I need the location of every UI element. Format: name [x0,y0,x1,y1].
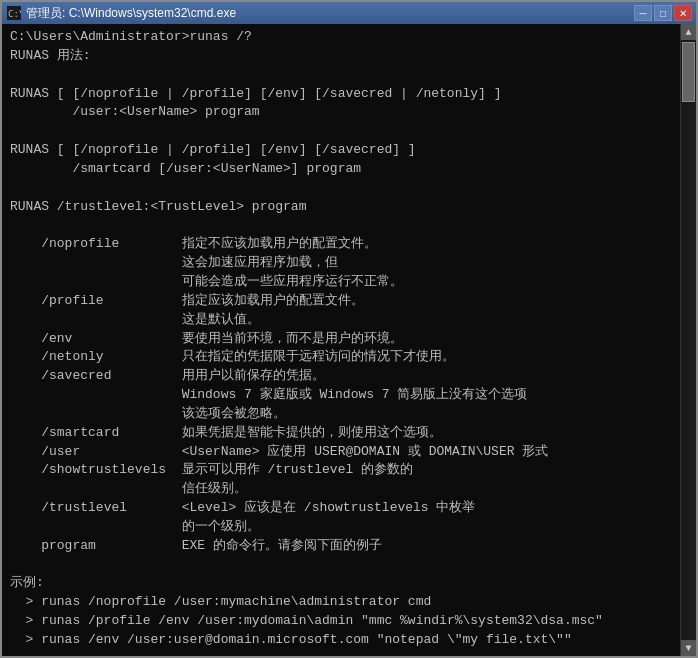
maximize-button[interactable]: □ [654,5,672,21]
title-bar: C:\ 管理员: C:\Windows\system32\cmd.exe ─ □… [2,2,696,24]
cmd-window: C:\ 管理员: C:\Windows\system32\cmd.exe ─ □… [0,0,698,658]
console-text: C:\Users\Administrator>runas /? RUNAS 用法… [10,28,672,656]
window-controls: ─ □ ✕ [634,5,692,21]
scrollbar[interactable]: ▲ ▼ [680,24,696,656]
minimize-button[interactable]: ─ [634,5,652,21]
console-wrapper: C:\Users\Administrator>runas /? RUNAS 用法… [2,24,696,656]
console-output[interactable]: C:\Users\Administrator>runas /? RUNAS 用法… [2,24,680,656]
close-button[interactable]: ✕ [674,5,692,21]
svg-text:C:\: C:\ [8,9,21,19]
cmd-icon: C:\ [6,5,22,21]
scroll-down-button[interactable]: ▼ [681,640,696,656]
scroll-up-button[interactable]: ▲ [681,24,696,40]
scroll-thumb[interactable] [682,42,695,102]
window-title: 管理员: C:\Windows\system32\cmd.exe [26,5,634,22]
